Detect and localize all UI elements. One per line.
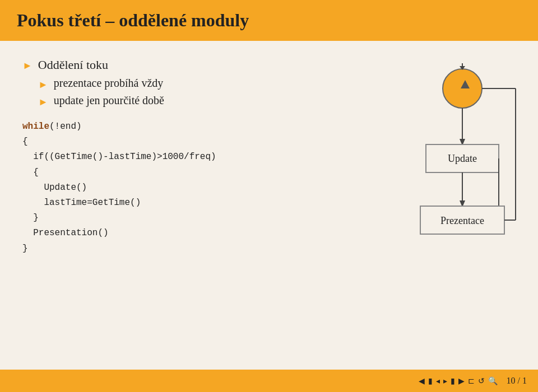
- page-number: 10 / 1: [507, 376, 527, 386]
- main-bullet-text: Oddělení toku: [38, 58, 108, 72]
- left-panel: ► Oddělení toku ► prezentace probíhá vžd…: [22, 58, 336, 366]
- sub-arrow-2: ►: [38, 96, 48, 108]
- diagram-svg: Update Prezentace: [342, 58, 510, 293]
- nav-prev-frame-icon[interactable]: ◂: [436, 376, 440, 386]
- page-title: Pokus třetí – oddělené moduly: [17, 10, 249, 31]
- footer: ◀ ▮ ◂ ▸ ▮ ▶ ⊏ ↺ 🔍 10 / 1: [0, 370, 538, 392]
- diagram-prezentace-label: Prezentace: [440, 215, 484, 226]
- sub-bullet-text-1: prezentace probíhá vždy: [54, 77, 163, 90]
- main-bullet-item: ► Oddělení toku: [22, 58, 325, 72]
- diagram-container: Update Prezentace: [342, 58, 510, 293]
- nav-next-icon[interactable]: ▮: [451, 376, 455, 386]
- code-while-keyword: while: [22, 122, 49, 132]
- footer-navigation[interactable]: ◀ ▮ ◂ ▸ ▮ ▶ ⊏ ↺ 🔍 10 / 1: [419, 376, 527, 386]
- code-block: while(!end) { if((GetTime()-lastTime)>10…: [22, 119, 325, 256]
- nav-last-icon[interactable]: ▶: [458, 376, 465, 386]
- header: Pokus třetí – oddělené moduly: [0, 0, 538, 41]
- diagram-panel: Update Prezentace: [336, 58, 516, 366]
- main-content: ► Oddělení toku ► prezentace probíhá vžd…: [0, 41, 538, 371]
- sub-arrow-1: ►: [38, 79, 48, 91]
- diagram-update-label: Update: [448, 153, 477, 164]
- nav-prev-icon[interactable]: ▮: [428, 376, 433, 386]
- nav-first-icon[interactable]: ◀: [419, 376, 425, 386]
- nav-icon-8[interactable]: ↺: [478, 376, 485, 386]
- nav-icon-9[interactable]: 🔍: [488, 376, 498, 386]
- bullet-section: ► Oddělení toku ► prezentace probíhá vžd…: [22, 58, 325, 108]
- sub-bullet-text-2: update jen pourčité době: [54, 94, 164, 107]
- main-bullet-arrow: ►: [22, 60, 33, 72]
- sub-bullet-1: ► prezentace probíhá vždy: [38, 77, 325, 91]
- nav-icon-7[interactable]: ⊏: [468, 376, 475, 386]
- code-line1-rest: (!end) { if((GetTime()-lastTime)>1000/fr…: [22, 122, 216, 254]
- sub-bullet-2: ► update jen pourčité době: [38, 94, 325, 108]
- sub-bullets: ► prezentace probíhá vždy ► update jen p…: [38, 77, 325, 108]
- nav-next-frame-icon[interactable]: ▸: [443, 376, 447, 386]
